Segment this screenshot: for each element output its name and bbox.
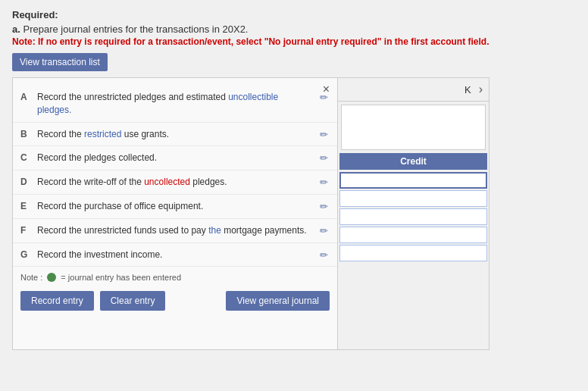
required-section: Required: a. Prepare journal entries for… [12,9,576,47]
transaction-row-c: C Record the pledges collected. ✏ [13,146,337,170]
journal-input-5[interactable] [339,245,487,261]
journal-input-2[interactable] [339,190,487,207]
row-letter-e: E [20,201,31,211]
row-text-b: Record the restricted use grants. [37,128,310,141]
row-text-f: Record the unrestricted funds used to pa… [37,224,310,237]
row-text-c: Record the pledges collected. [37,152,310,164]
row-text-a: Record the unrestricted pledges and esti… [37,91,310,117]
main-container: × A Record the unrestricted pledges and … [12,77,576,350]
edit-icon-g[interactable]: ✏ [316,249,328,261]
credit-header: Credit [339,153,487,170]
journal-header-row: K › [338,78,489,102]
instruction-letter: a. [12,23,20,35]
view-transaction-button[interactable]: View transaction list [12,53,108,71]
note-red: Note: If no entry is required for a tran… [12,36,576,47]
transaction-row-b: B Record the restricted use grants. ✏ [13,123,337,147]
journal-input-1[interactable] [339,172,487,189]
journal-panel: K › Credit [338,77,489,350]
edit-icon-e[interactable]: ✏ [316,201,328,212]
row-text-g: Record the investment income. [37,249,310,261]
view-general-journal-button[interactable]: View general journal [226,291,330,311]
edit-icon-d[interactable]: ✏ [316,177,328,188]
row-letter-a: A [20,92,31,102]
transaction-row-e: E Record the purchase of office equipmen… [13,195,337,219]
popup-note-row: Note : = journal entry has been entered [13,267,337,285]
clear-entry-button[interactable]: Clear entry [100,291,166,311]
edit-icon-c[interactable]: ✏ [316,152,328,164]
popup-panel: × A Record the unrestricted pledges and … [12,77,338,350]
row-letter-d: D [20,177,31,187]
row-letter-b: B [20,129,31,139]
instruction-text: Prepare journal entries for the transact… [23,23,248,35]
popup-close-button[interactable]: × [323,83,330,96]
row-letter-g: G [20,249,31,260]
row-text-e: Record the purchase of office equipment. [37,200,310,213]
required-label: Required: [12,9,576,20]
instruction-row: a. Prepare journal entries for the trans… [12,23,576,35]
edit-icon-f[interactable]: ✏ [316,225,328,236]
row-letter-f: F [20,225,31,236]
edit-icon-b[interactable]: ✏ [316,129,328,140]
note-journal-text: = journal entry has been entered [61,273,181,282]
popup-footer: Record entry Clear entry View general jo… [13,285,337,314]
journal-nav-arrow[interactable]: › [479,83,483,96]
transaction-row-a: A Record the unrestricted pledges and es… [13,86,337,123]
note-label: Note : [20,273,42,282]
row-letter-c: C [20,152,31,163]
transaction-row-f: F Record the unrestricted funds used to … [13,219,337,243]
transaction-row-d: D Record the write-off of the uncollecte… [13,170,337,195]
record-entry-button[interactable]: Record entry [20,291,94,311]
journal-input-3[interactable] [339,208,487,225]
journal-input-4[interactable] [339,227,487,243]
row-text-d: Record the write-off of the uncollected … [37,176,310,189]
journal-top-area [341,105,486,150]
green-dot-icon [47,273,56,282]
transaction-row-g: G Record the investment income. ✏ [13,243,337,267]
journal-k-label: K [464,84,471,95]
